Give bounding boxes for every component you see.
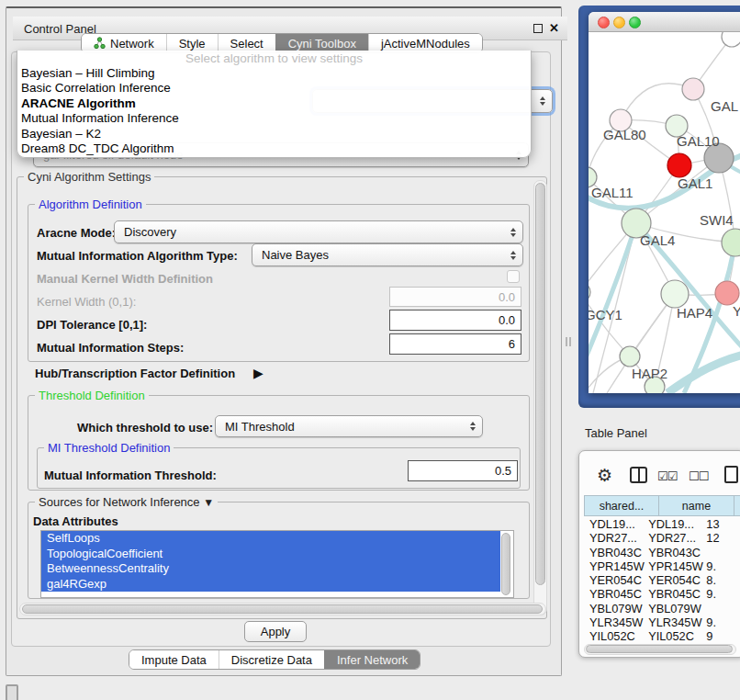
settings-scrollbar-thumb[interactable] bbox=[535, 183, 545, 585]
tab-impute-data[interactable]: Impute Data bbox=[129, 650, 219, 669]
column-header-clipped[interactable] bbox=[734, 495, 740, 516]
network-window-titlebar[interactable] bbox=[589, 12, 740, 32]
which-threshold-value: MI Threshold bbox=[225, 420, 295, 434]
column-view-icon[interactable] bbox=[630, 467, 647, 483]
table-panel-title: Table Panel bbox=[585, 426, 647, 440]
mi-type-combobox[interactable]: Naive Bayes bbox=[252, 243, 523, 266]
combo-arrows-icon bbox=[540, 96, 545, 106]
panel-divider-handle[interactable] bbox=[566, 337, 571, 346]
tab-discretize-data[interactable]: Discretize Data bbox=[219, 650, 324, 669]
which-threshold-combobox[interactable]: MI Threshold bbox=[215, 415, 483, 437]
node-gal-clipped[interactable] bbox=[682, 78, 704, 100]
aracne-mode-value: Discovery bbox=[124, 225, 176, 239]
mi-threshold-input[interactable]: 0.5 bbox=[408, 460, 518, 481]
hub-expand-arrow-icon[interactable]: ▶ bbox=[253, 366, 263, 380]
which-threshold-label: Which threshold to use: bbox=[77, 421, 213, 435]
node-salmon[interactable] bbox=[715, 281, 739, 305]
node-clipped-top[interactable] bbox=[722, 32, 740, 47]
table-body[interactable]: YDL19...YDL19...13 YDR27...YDR27...12 YB… bbox=[584, 517, 740, 643]
mi-threshold-label: Mutual Information Threshold: bbox=[44, 469, 217, 482]
dpi-tolerance-input[interactable]: 0.0 bbox=[389, 310, 521, 331]
node-swi4[interactable] bbox=[722, 229, 740, 256]
manual-kernel-checkbox[interactable] bbox=[507, 270, 520, 283]
node-gal1-red[interactable] bbox=[667, 153, 691, 177]
attribute-item[interactable]: BetweennessCentrality bbox=[41, 561, 500, 577]
export-table-icon[interactable] bbox=[724, 466, 738, 483]
network-icon bbox=[94, 37, 106, 50]
data-attributes-list[interactable]: SelfLoops TopologicalCoefficient Between… bbox=[40, 530, 514, 598]
node-gcy1[interactable] bbox=[589, 282, 590, 302]
table-row[interactable]: YBR043CYBR043C bbox=[584, 546, 740, 559]
combo-arrows-icon bbox=[510, 251, 516, 260]
node-label: GAL bbox=[711, 98, 738, 114]
select-all-checkboxes-icon[interactable]: ☑☑ bbox=[657, 469, 677, 483]
node-hap2[interactable] bbox=[620, 346, 640, 367]
deselect-all-checkboxes-icon[interactable]: ☐☐ bbox=[689, 469, 708, 483]
mi-type-label: Mutual Information Algorithm Type: bbox=[37, 249, 238, 263]
table-row[interactable]: YLR345WYLR345W9. bbox=[584, 615, 740, 629]
table-row[interactable]: YDL19...YDL19...13 bbox=[584, 517, 740, 531]
minimize-traffic-light-icon[interactable] bbox=[613, 17, 625, 28]
tab-network[interactable]: Network bbox=[82, 34, 166, 52]
network-node-labels: GAL GAL80 GAL10 GAL1 GAL11 SWI4 GAL4 GCY… bbox=[589, 98, 740, 381]
settings-group-title: Cyni Algorithm Settings bbox=[24, 170, 154, 184]
node-hap4[interactable] bbox=[661, 280, 689, 308]
apply-button[interactable]: Apply bbox=[244, 621, 307, 642]
tab-style[interactable]: Style bbox=[166, 34, 218, 52]
table-row[interactable]: YIL052CYIL052C9 bbox=[584, 629, 740, 643]
tab-cyni-toolbox[interactable]: Cyni Toolbox bbox=[275, 34, 368, 52]
table-row[interactable]: YER054CYER054C8. bbox=[584, 573, 740, 587]
dropdown-item-selected[interactable]: ARACNE Algorithm bbox=[17, 96, 531, 111]
dropdown-item[interactable]: Mutual Information Inference bbox=[17, 111, 531, 126]
node-label: SWI4 bbox=[700, 212, 734, 228]
column-header-shared-name[interactable]: shared... bbox=[584, 495, 659, 516]
sources-collapse-arrow-icon: ▼ bbox=[203, 496, 214, 509]
sources-group-title[interactable]: Sources for Network Inference ▼ bbox=[35, 495, 218, 510]
table-hscrollbar-thumb[interactable] bbox=[586, 645, 733, 653]
dropdown-item[interactable]: Dream8 DC_TDC Algorithm bbox=[17, 141, 531, 156]
mi-threshold-definition-title: MI Threshold Definition bbox=[44, 441, 174, 455]
tab-select[interactable]: Select bbox=[218, 34, 275, 52]
aracne-mode-label: Aracne Mode: bbox=[37, 226, 116, 240]
dropdown-item[interactable]: Basic Correlation Inference bbox=[17, 81, 531, 96]
node-label: HAP4 bbox=[677, 305, 712, 321]
settings-hscrollbar-thumb[interactable] bbox=[22, 604, 543, 614]
column-header-name[interactable]: name bbox=[659, 495, 734, 516]
kernel-width-label: Kernel Width (0,1): bbox=[37, 295, 136, 309]
zoom-traffic-light-icon[interactable] bbox=[629, 17, 641, 28]
cyni-bottom-tabbar: Impute Data Discretize Data Infer Networ… bbox=[129, 649, 420, 670]
manual-kernel-label: Manual Kernel Width Definition bbox=[37, 272, 213, 286]
mi-steps-input[interactable]: 6 bbox=[389, 333, 521, 355]
mi-steps-label: Mutual Information Steps: bbox=[37, 341, 184, 355]
float-panel-icon[interactable] bbox=[533, 24, 543, 33]
node-label: HAP2 bbox=[632, 366, 667, 381]
network-canvas[interactable]: GAL GAL80 GAL10 GAL1 GAL11 SWI4 GAL4 GCY… bbox=[589, 32, 740, 393]
close-icon[interactable]: ✕ bbox=[549, 21, 559, 35]
hub-section-label[interactable]: Hub/Transcription Factor Definition bbox=[35, 367, 235, 380]
table-row[interactable]: YBR045CYBR045C9. bbox=[584, 587, 740, 601]
algorithm-dropdown-list: Select algorithm to view settings Bayesi… bbox=[17, 51, 532, 158]
tab-network-label: Network bbox=[110, 37, 154, 51]
tab-infer-network[interactable]: Infer Network bbox=[324, 650, 420, 669]
node-label: GAL1 bbox=[678, 175, 712, 191]
dpi-tolerance-label: DPI Tolerance [0,1]: bbox=[37, 318, 147, 332]
dropdown-placeholder: Select algorithm to view settings bbox=[17, 51, 531, 66]
table-row[interactable]: YBL079WYBL079W bbox=[584, 602, 740, 615]
gear-icon[interactable]: ⚙ bbox=[597, 465, 612, 486]
attribute-item[interactable]: TopologicalCoefficient bbox=[41, 547, 500, 562]
kernel-width-input[interactable]: 0.0 bbox=[389, 287, 521, 307]
node-label: Y bbox=[733, 303, 740, 319]
table-row[interactable]: YPR145WYPR145W9. bbox=[584, 559, 740, 573]
tab-jactivemnodules[interactable]: jActiveMNodules bbox=[368, 34, 482, 52]
attribute-item[interactable]: SelfLoops bbox=[41, 531, 500, 547]
dropdown-item[interactable]: Bayesian – Hill Climbing bbox=[17, 66, 531, 81]
attribute-item[interactable]: gal4RGexp bbox=[41, 577, 500, 593]
close-traffic-light-icon[interactable] bbox=[598, 17, 610, 28]
docked-panel-icon[interactable] bbox=[6, 684, 18, 700]
attributes-scrollbar-thumb[interactable] bbox=[501, 533, 510, 595]
aracne-mode-combobox[interactable]: Discovery bbox=[114, 220, 523, 243]
table-row[interactable]: YDR27...YDR27...12 bbox=[584, 531, 740, 545]
table-header-row: shared... name bbox=[584, 495, 740, 516]
node-label: GAL10 bbox=[677, 133, 720, 149]
dropdown-item[interactable]: Bayesian – K2 bbox=[17, 127, 531, 141]
